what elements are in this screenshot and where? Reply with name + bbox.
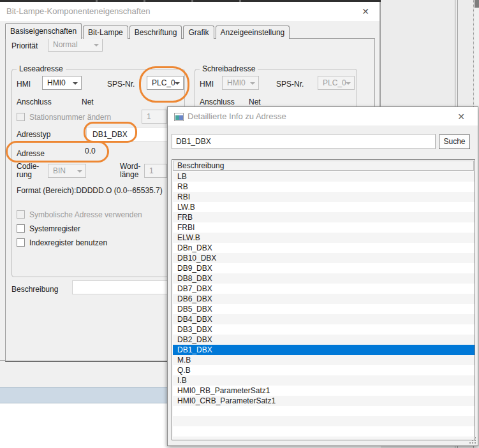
chevron-down-icon — [346, 82, 351, 87]
write-hmi-value: HMI0 — [227, 78, 246, 87]
coding-value: BIN — [53, 166, 66, 175]
address-listbox: Beschreibung LBRBRBILW.BFRBFRBIELW.BDBn_… — [172, 159, 475, 440]
list-item[interactable]: DB6_DBX — [173, 294, 475, 304]
tab-grafik[interactable]: Grafik — [183, 25, 214, 39]
properties-dialog-title: Bit-Lampe-Komponenteneigenschaften — [6, 2, 150, 21]
list-item[interactable]: M.B — [173, 355, 475, 365]
list-item[interactable]: DB5_DBX — [173, 304, 475, 314]
list-item-empty — [173, 437, 475, 439]
search-button[interactable]: Suche — [439, 134, 470, 149]
list-header[interactable]: Beschreibung — [173, 161, 474, 171]
chevron-down-icon — [175, 82, 180, 87]
address-list: LBRBRBILW.BFRBFRBIELW.BDBn_DBXDB10_DBXDB… — [173, 171, 475, 439]
list-item[interactable]: DB10_DBX — [173, 253, 475, 263]
coding-label-line1: Codie- — [17, 162, 39, 171]
word-length-field: 1 — [144, 164, 167, 178]
address-type-label: Adresstyp — [17, 130, 50, 139]
symbolic-address-checkbox — [17, 210, 25, 219]
priority-select: Normal — [48, 38, 103, 52]
list-item[interactable]: RBI — [173, 192, 475, 202]
list-item[interactable]: DB2_DBX — [173, 335, 475, 345]
priority-label: Priorität — [11, 41, 38, 50]
list-item[interactable]: HMI0_RB_ParameterSatz1 — [173, 386, 475, 396]
close-icon[interactable]: ✕ — [355, 2, 376, 21]
write-plc-label: SPS-Nr. — [276, 80, 304, 89]
tab-bar: BasiseigenschaftenBit-LampeBeschriftungG… — [5, 23, 291, 39]
read-address-legend: Leseadresse — [17, 64, 66, 73]
list-item[interactable]: ELW.B — [173, 233, 475, 243]
symbolic-address-label: Symbolische Adresse verwenden — [29, 210, 142, 219]
list-item-empty — [173, 406, 475, 416]
read-plc-label: SPS-Nr. — [107, 80, 135, 89]
list-item[interactable]: DB9_DBX — [173, 263, 475, 273]
read-hmi-select[interactable]: HMI0 — [42, 76, 82, 90]
background-right-block — [475, 0, 479, 8]
write-hmi-select: HMI0 — [222, 76, 259, 90]
coding-select: BIN — [48, 164, 86, 178]
index-register-checkbox[interactable] — [17, 238, 25, 247]
format-text: Format (Bereich):DDDDD.O (0.0--65535.7) — [17, 186, 163, 195]
window-icon — [174, 113, 184, 121]
list-item[interactable]: DBn_DBX — [173, 243, 475, 253]
station-number-checkbox — [17, 113, 25, 121]
address-info-titlebar[interactable]: Detaillierte Info zu Adresse ✕ — [168, 107, 478, 126]
system-register-label: Systemregister — [29, 224, 80, 233]
address-type-field[interactable]: DB1_DBX — [86, 127, 169, 142]
write-plc-select: PLC_0 — [318, 76, 355, 90]
list-item[interactable]: I.B — [173, 375, 475, 386]
tab-basiseigenschaften[interactable]: Basiseigenschaften — [5, 23, 82, 39]
properties-dialog-titlebar[interactable]: Bit-Lampe-Komponenteneigenschaften ✕ — [0, 2, 380, 21]
write-hmi-label: HMI — [200, 80, 214, 89]
close-icon[interactable]: ✕ — [451, 107, 471, 126]
write-address-legend: Schreibadresse — [200, 64, 258, 73]
list-item[interactable]: LB — [173, 171, 475, 182]
address-info-dialog: Detaillierte Info zu Adresse ✕ Suche Bes… — [167, 106, 478, 446]
priority-value: Normal — [53, 40, 78, 49]
list-item[interactable]: LW.B — [173, 202, 475, 212]
screen: Bit-Lampe-Komponenteneigenschaften ✕ Bas… — [0, 0, 479, 448]
chevron-down-icon — [73, 82, 78, 87]
chevron-down-icon — [250, 82, 255, 87]
address-search-input[interactable] — [172, 134, 436, 149]
read-hmi-label: HMI — [17, 80, 31, 89]
list-item[interactable]: DB1_DBX — [173, 345, 475, 355]
list-item[interactable]: Q.B — [173, 365, 475, 375]
read-connection-label: Anschluss — [17, 98, 52, 106]
station-number-field: 1 — [142, 110, 167, 124]
coding-label-line2: rung — [17, 170, 32, 179]
read-plc-value: PLC_0 — [152, 78, 175, 87]
list-item[interactable]: RB — [173, 182, 475, 192]
list-item[interactable]: DB4_DBX — [173, 314, 475, 324]
address-label: Adresse — [17, 149, 45, 158]
index-register-label: Indexregister benutzen — [29, 238, 107, 247]
chevron-down-icon — [77, 170, 82, 175]
list-item[interactable]: DB3_DBX — [173, 324, 475, 335]
list-item[interactable]: FRBI — [173, 222, 475, 233]
read-plc-select[interactable]: PLC_0 — [147, 76, 184, 90]
word-length-label-line1: Word- — [120, 162, 140, 171]
station-number-label: Stationsnummer ändern — [29, 113, 111, 122]
list-item-empty — [173, 416, 475, 426]
tab-beschriftung[interactable]: Beschriftung — [129, 25, 182, 39]
list-item[interactable]: DB8_DBX — [173, 273, 475, 284]
system-register-checkbox[interactable] — [17, 224, 25, 233]
write-plc-value: PLC_0 — [323, 78, 346, 87]
word-length-label-line2: länge — [120, 170, 138, 179]
read-hmi-value: HMI0 — [47, 78, 66, 87]
list-item[interactable]: HMI0_CRB_ParameterSatz1 — [173, 396, 475, 406]
description-input[interactable] — [72, 280, 169, 294]
chevron-down-icon — [94, 44, 99, 49]
write-connection-label: Anschluss — [200, 98, 235, 106]
write-connection-value: Net — [249, 98, 261, 106]
list-item[interactable]: DB7_DBX — [173, 284, 475, 294]
tab-anzeigeeinstellung[interactable]: Anzeigeeinstellung — [216, 25, 290, 39]
address-value[interactable]: 0.0 — [85, 147, 96, 155]
list-item[interactable]: FRB — [173, 212, 475, 222]
address-info-title: Detaillierte Info zu Adresse — [188, 107, 286, 126]
description-label: Beschreibung — [11, 285, 58, 294]
tab-bit-lampe[interactable]: Bit-Lampe — [83, 25, 128, 39]
read-connection-value: Net — [82, 98, 94, 106]
resize-grip-icon[interactable] — [469, 437, 471, 438]
list-item-empty — [173, 426, 475, 437]
